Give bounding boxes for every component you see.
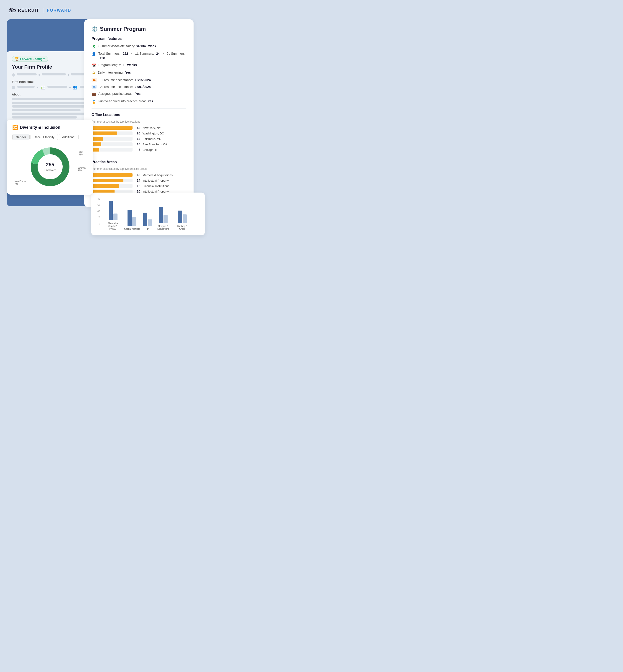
resume-2l-row: 2L 2L resume acceptance: 06/01/2024: [92, 85, 186, 89]
location-bar-row: 12 Baltimore, MD: [92, 137, 186, 141]
salary-icon: 💲: [92, 44, 96, 49]
practice-areas-row: 💼 Assigned practice areas: Yes: [92, 92, 186, 97]
about-label: About: [12, 93, 88, 96]
dot-sep: [38, 74, 40, 76]
people-icon: 👤: [92, 52, 96, 57]
briefcase-icon: 💼: [92, 92, 96, 97]
logo-forward: FORWARD: [47, 8, 71, 13]
practice-bar-fill: [92, 184, 119, 188]
donut-chart: 255 Employees: [27, 144, 73, 190]
skeleton-line: [17, 73, 37, 76]
practice-bar-row: 14 Intellectual Property: [92, 179, 186, 182]
practice-bar-fill: [92, 173, 132, 177]
tab-race[interactable]: Race / Ethnicity: [31, 134, 58, 140]
location-bar-track: [92, 126, 132, 130]
location-count: 10: [135, 142, 140, 146]
calendar-icon: 📅: [92, 63, 96, 68]
dot-sep: [69, 87, 70, 88]
office-locations-heading: Office Locations: [92, 113, 186, 117]
first-year-text: First year hired into practice area: Yes: [98, 99, 153, 104]
diversity-icon: 🔀: [12, 124, 18, 130]
bar-group-label: Mergers & Acquisitions: [155, 225, 171, 230]
resume-1l-row: 1L 1L resume acceptance: 12/15/2024: [92, 78, 186, 83]
salary-label: Summer associate salary: $4,134 / week: [98, 44, 156, 49]
location-count: 8: [135, 148, 140, 151]
length-row: 📅 Program length: 10 weeks: [92, 63, 186, 68]
firm-card-header: [7, 19, 93, 51]
nonbinary-legend: Woman 15%: [78, 167, 86, 172]
bar-light: [164, 215, 168, 223]
diversity-title: 🔀 Diversity & Inclusion: [12, 124, 88, 130]
practice-bar-track: [92, 179, 132, 182]
nonbinary-pct: 15%: [78, 169, 86, 172]
tab-gender[interactable]: Gender: [12, 134, 30, 140]
resume-1l-text: 1L resume acceptance: 12/15/2024: [100, 78, 151, 83]
highlights-label: Firm Highlights: [12, 80, 88, 83]
location-count: 12: [135, 137, 140, 141]
resume-2l-text: 2L resume acceptance: 06/01/2024: [100, 85, 151, 89]
location-bar-row: 10 San Francisco, CA: [92, 142, 186, 146]
location-bar-track: [92, 148, 132, 151]
diversity-card: 🔀 Diversity & Inclusion Gender Race / Et…: [7, 120, 93, 195]
skeleton-line: [47, 86, 67, 88]
practice-bar-row: 18 Mergers & Acquisitions: [92, 173, 186, 177]
location-bar-track: [92, 132, 132, 135]
bar-dark: [143, 213, 147, 226]
bar-dark: [178, 211, 182, 223]
bar-chart-groups: Alternative Capital & Priva... Capital M…: [105, 198, 199, 230]
employees-label: Employees: [44, 169, 56, 171]
office-locations-sublabel: Summer associates by top five locations: [92, 120, 186, 123]
practice-name: Financial Institutions: [143, 184, 170, 188]
summer-card-icon: ⚖️: [92, 26, 98, 32]
logo-flo: flo: [9, 7, 16, 14]
bar-dark: [127, 210, 131, 226]
skeleton-line: [12, 113, 88, 115]
location-bar-row: 26 Washington, DC: [92, 132, 186, 135]
summer-card-title-text: Summer Program: [100, 26, 146, 32]
bar-group: Alternative Capital & Priva...: [105, 198, 121, 230]
bar-dark: [109, 201, 113, 220]
bar-group-bars: [159, 200, 168, 223]
bar-group-bars: [143, 203, 152, 226]
summer-program-card: ⚖️ Summer Program Program features 💲 Sum…: [84, 19, 194, 207]
length-text: Program length: 10 weeks: [98, 63, 137, 67]
bar-group-label: Capital Markets: [124, 228, 140, 230]
highlights-row: 📊 👥: [12, 85, 88, 89]
location-icon: [12, 74, 15, 77]
employee-count: 255: [44, 162, 56, 168]
donut-chart-container: 255 Employees Man 78% Woman 15% Non-Bina…: [12, 144, 88, 190]
2l-badge: 2L: [92, 85, 97, 89]
bar-light: [183, 215, 187, 223]
diversity-title-text: Diversity & Inclusion: [20, 125, 60, 130]
badge-label: Forward Spotlight: [20, 57, 45, 61]
early-interview-row: 🌤 Early Interviewing: Yes: [92, 71, 186, 76]
tab-additional[interactable]: Additional: [59, 134, 79, 140]
skeleton-line: [12, 116, 77, 118]
skeleton-line: [12, 105, 88, 108]
nonbinary-label: Woman: [78, 167, 86, 169]
dot-sep: [37, 87, 38, 88]
bar-group-bars: [178, 200, 187, 223]
practice-bar-row: 12 Financial Institutions: [92, 184, 186, 188]
woman-label: Man: [79, 151, 83, 153]
section-divider-2: [92, 156, 186, 156]
first-year-row: 🏅 First year hired into practice area: Y…: [92, 99, 186, 104]
spotlight-icon: 🏆: [15, 57, 19, 61]
firm-profile-title: Your Firm Profile: [12, 64, 88, 70]
y-label-80: 80: [97, 198, 100, 200]
bar-group-label: Banking & Credit: [174, 225, 190, 230]
practice-bar-track: [92, 173, 132, 177]
diversity-tabs[interactable]: Gender Race / Ethnicity Additional: [12, 134, 88, 140]
man-legend: Non-Binary 7%: [14, 180, 26, 185]
y-label-60: 60: [97, 204, 100, 206]
location-name: Baltimore, MD: [143, 137, 161, 141]
summer-card-title: ⚖️ Summer Program: [92, 26, 186, 32]
woman-legend: Man 78%: [79, 151, 83, 156]
location-bar-row: 42 New York, NY: [92, 126, 186, 130]
star-icon: 🏅: [92, 100, 96, 104]
practice-areas-sublabel: Summer associates by top five practice a…: [92, 167, 186, 170]
sun-icon: 🌤: [92, 71, 95, 76]
practice-bar-fill: [92, 179, 123, 182]
location-bar-fill: [92, 126, 132, 130]
bar-group: IP: [143, 203, 152, 230]
